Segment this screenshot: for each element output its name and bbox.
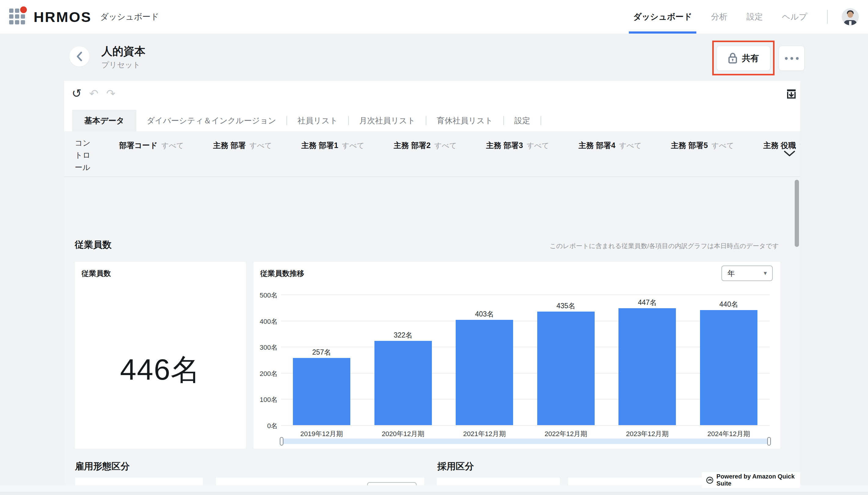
y-axis-tick: 400名	[253, 317, 278, 326]
bar-value-label: 257名	[281, 347, 362, 357]
filters: 部署コードすべて主務 部署すべて主務 部署1すべて主務 部署2すべて主務 部署3…	[119, 140, 800, 151]
undo-icon[interactable]: ↶	[89, 88, 98, 99]
x-axis-label: 2019年12月期	[281, 429, 362, 439]
filter-value: すべて	[161, 141, 184, 151]
recruit-breakdown-card: 内訳	[437, 478, 560, 485]
bar-2021年12月期[interactable]	[456, 320, 513, 425]
filter-label: 主務 部署2	[394, 140, 431, 151]
nav-menu: ダッシュボード分析設定ヘルプ	[624, 0, 817, 34]
filter-主務 部署4[interactable]: 主務 部署4すべて	[579, 140, 642, 151]
nav-divider	[827, 10, 828, 24]
filter-value: すべて	[434, 141, 457, 151]
filter-label: 主務 部署4	[579, 140, 615, 151]
powered-by-label: Powered by Amazon Quick Suite	[717, 473, 800, 487]
bar-2023年12月期[interactable]	[618, 308, 676, 425]
filter-value: すべて	[527, 141, 549, 151]
brand-subtitle: ダッシュボード	[100, 11, 159, 22]
bar-value-label: 403名	[444, 309, 525, 319]
x-axis-label: 2021年12月期	[444, 429, 525, 439]
card-title: 従業員数推移	[260, 269, 304, 278]
period-select[interactable]: 年 ▼	[721, 266, 773, 281]
controls-bar: コントロール 部署コードすべて主務 部署すべて主務 部署1すべて主務 部署2すべ…	[64, 131, 800, 177]
filter-label: 主務 部署	[213, 140, 246, 151]
filter-主務 役職[interactable]: 主務 役職すべて	[763, 140, 800, 151]
section-note: このレポートに含まれる従業員数/各項目の内訳グラフは本日時点のデータです	[550, 242, 779, 250]
bar-cell	[281, 358, 362, 425]
filter-value: すべて	[250, 141, 272, 151]
employee-count-card: 従業員数 446名	[75, 262, 246, 449]
filter-label: 主務 部署3	[486, 140, 523, 151]
filter-value: すべて	[342, 141, 364, 151]
y-axis-tick: 100名	[253, 395, 278, 404]
section-title-recruit: 採用区分	[437, 460, 474, 473]
tab-設定[interactable]: 設定	[504, 110, 540, 131]
period-select-value: 年	[728, 269, 735, 278]
filter-value: すべて	[619, 141, 642, 151]
share-button-label: 共有	[742, 52, 759, 64]
brand-name: HRMOS	[34, 8, 91, 25]
lock-icon	[728, 53, 738, 64]
gridline	[281, 294, 770, 295]
download-icon[interactable]	[786, 89, 797, 100]
top-nav: HRMOS ダッシュボード ダッシュボード分析設定ヘルプ	[0, 0, 868, 34]
employee-count-value: 446名	[75, 351, 246, 390]
filter-主務 部署1[interactable]: 主務 部署1すべて	[301, 140, 365, 151]
tab-separator	[540, 116, 541, 125]
employment-trend-card: 内訳推移 年 ▼ 100%	[216, 478, 424, 485]
bar-cell	[444, 320, 525, 425]
sheet: コントロール 部署コードすべて主務 部署すべて主務 部署1すべて主務 部署2すべ…	[64, 131, 800, 485]
section-title-employees: 従業員数	[75, 239, 112, 251]
filter-label: 主務 部署1	[301, 140, 338, 151]
tab-社員リスト[interactable]: 社員リスト	[287, 110, 348, 131]
nav-item-設定[interactable]: 設定	[747, 0, 763, 34]
nav-item-ヘルプ[interactable]: ヘルプ	[782, 0, 807, 34]
filter-主務 部署3[interactable]: 主務 部署3すべて	[486, 140, 549, 151]
filter-label: 部署コード	[119, 140, 157, 151]
quick-suite-logo-icon	[706, 476, 714, 484]
hrmos-logo-icon	[9, 8, 26, 25]
bar-value-label: 435名	[525, 301, 606, 311]
reset-icon[interactable]: ↺	[72, 88, 82, 99]
tab-ダイバーシティ＆インクルージョン[interactable]: ダイバーシティ＆インクルージョン	[136, 110, 286, 131]
bar-2020年12月期[interactable]	[374, 341, 432, 425]
filter-主務 部署[interactable]: 主務 部署すべて	[213, 140, 272, 151]
filter-label: 主務 役職	[763, 140, 796, 151]
tab-育休社員リスト[interactable]: 育休社員リスト	[427, 110, 503, 131]
filter-主務 部署2[interactable]: 主務 部署2すべて	[394, 140, 457, 151]
period-select[interactable]: 年 ▼	[367, 482, 417, 485]
bar-value-label: 447名	[606, 298, 688, 307]
bar-cell	[606, 308, 688, 425]
bar-chart: 500名400名300名200名100名0名257名2019年12月期322名2…	[281, 294, 770, 425]
filter-value: すべて	[712, 141, 734, 151]
filter-主務 部署5[interactable]: 主務 部署5すべて	[671, 140, 734, 151]
share-button[interactable]: 共有	[717, 46, 770, 71]
nav-item-分析[interactable]: 分析	[711, 0, 728, 34]
expand-controls-button[interactable]	[783, 150, 796, 158]
tab-基本データ[interactable]: 基本データ	[72, 110, 136, 131]
bar-2019年12月期[interactable]	[293, 358, 350, 425]
dashboard-panel: ↺ ↶ ↷ 基本データダイバーシティ＆インクルージョン社員リスト月次社員リスト育…	[64, 81, 800, 485]
sheet-tabs: 基本データダイバーシティ＆インクルージョン社員リスト月次社員リスト育休社員リスト…	[64, 110, 800, 131]
y-axis-tick: 500名	[253, 291, 278, 300]
logo-red-dot	[20, 6, 27, 13]
card-title: 従業員数	[82, 269, 111, 278]
filter-部署コード[interactable]: 部署コードすべて	[119, 140, 184, 151]
bar-cell	[688, 310, 769, 425]
bar-2024年12月期[interactable]	[700, 310, 757, 425]
more-options-button[interactable]	[779, 46, 804, 71]
chart-horizontal-scrollbar[interactable]	[281, 439, 770, 444]
chevron-left-icon	[76, 51, 83, 62]
x-axis-label: 2023年12月期	[606, 429, 688, 439]
bar-cell	[363, 341, 444, 425]
powered-by-badge: Powered by Amazon Quick Suite	[702, 472, 800, 488]
controls-label: コントロール	[75, 137, 92, 173]
user-avatar[interactable]	[842, 8, 859, 25]
back-button[interactable]	[69, 46, 89, 67]
bar-2022年12月期[interactable]	[537, 312, 595, 425]
filter-value: すべて	[800, 141, 800, 151]
nav-item-ダッシュボード[interactable]: ダッシュボード	[633, 0, 692, 34]
tab-月次社員リスト[interactable]: 月次社員リスト	[349, 110, 426, 131]
sheet-vertical-scrollbar[interactable]	[795, 180, 799, 247]
redo-icon[interactable]: ↷	[106, 88, 115, 99]
y-axis-tick: 300名	[253, 343, 278, 352]
